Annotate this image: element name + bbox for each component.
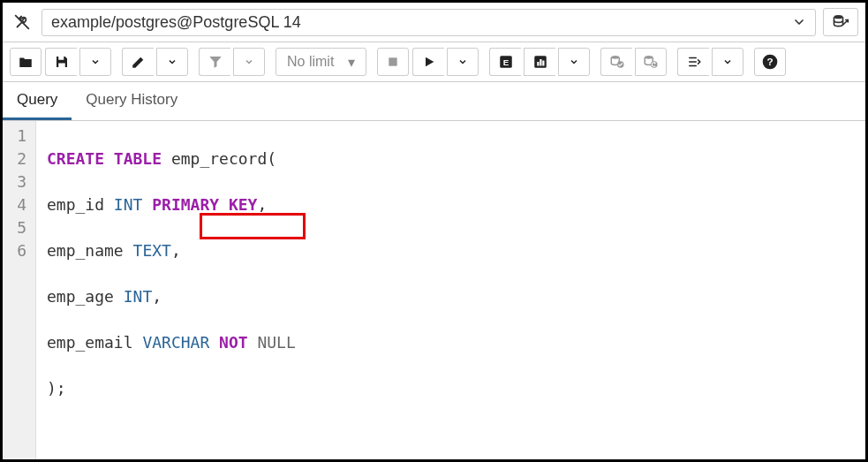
keyword: CREATE TABLE: [47, 149, 162, 168]
save-button[interactable]: [45, 48, 77, 76]
execute-button[interactable]: [412, 48, 444, 76]
execute-dropdown[interactable]: [447, 48, 479, 76]
new-connection-button[interactable]: [823, 8, 858, 36]
tab-query-history[interactable]: Query History: [72, 82, 192, 120]
type: VARCHAR: [142, 333, 209, 352]
line-number: 1: [3, 125, 35, 148]
svg-rect-1: [58, 64, 65, 68]
macros-dropdown[interactable]: [712, 48, 743, 76]
stop-button[interactable]: [377, 48, 409, 76]
explain-analyze-button[interactable]: [524, 48, 555, 76]
commit-button[interactable]: [600, 48, 632, 76]
punct: );: [47, 379, 66, 398]
chevron-down-icon: [792, 15, 806, 29]
edit-button[interactable]: [122, 48, 154, 76]
svg-rect-2: [59, 57, 64, 59]
svg-rect-7: [537, 62, 539, 66]
keyword: PRIMARY KEY: [142, 195, 257, 214]
filter-dropdown[interactable]: [233, 48, 265, 76]
svg-rect-3: [389, 57, 397, 65]
tab-query[interactable]: Query: [3, 82, 72, 120]
explain-button[interactable]: E: [489, 48, 521, 76]
sql-editor[interactable]: 1 2 3 4 5 6 CREATE TABLE emp_record( emp…: [3, 121, 865, 462]
svg-point-10: [611, 56, 619, 59]
svg-point-12: [645, 56, 653, 59]
editor-gutter: 1 2 3 4 5 6: [3, 121, 36, 462]
svg-text:?: ?: [767, 56, 774, 67]
line-number: 5: [3, 216, 35, 239]
keyword: NULL: [248, 333, 296, 352]
identifier: emp_age: [47, 287, 124, 306]
code-area[interactable]: CREATE TABLE emp_record( emp_id INT PRIM…: [36, 121, 306, 462]
line-number: 6: [3, 239, 35, 262]
help-button[interactable]: ?: [754, 48, 786, 76]
svg-text:E: E: [503, 57, 509, 67]
type: INT: [124, 287, 153, 306]
editor-tabs: Query Query History: [3, 82, 865, 121]
identifier: emp_id: [47, 195, 114, 214]
filter-button[interactable]: [199, 48, 230, 76]
connection-select[interactable]: example/postgres@PostgreSQL 14: [42, 9, 816, 36]
identifier: emp_record(: [162, 149, 276, 168]
toolbar: No limit ▾ E ?: [3, 42, 865, 82]
rollback-button[interactable]: [635, 48, 667, 76]
connection-bar: example/postgres@PostgreSQL 14: [3, 3, 865, 42]
punct: ,: [152, 287, 162, 306]
highlight-annotation: [200, 213, 306, 239]
limit-select[interactable]: No limit ▾: [275, 48, 366, 76]
type: INT: [114, 195, 143, 214]
punct: ,: [171, 241, 181, 260]
line-number: 4: [3, 193, 35, 216]
svg-rect-8: [540, 59, 541, 66]
explain-dropdown[interactable]: [558, 48, 590, 76]
edit-dropdown[interactable]: [156, 48, 188, 76]
save-dropdown[interactable]: [79, 48, 111, 76]
line-number: 2: [3, 148, 35, 170]
line-number: 3: [3, 170, 35, 193]
open-file-button[interactable]: [10, 48, 42, 76]
identifier: emp_name: [47, 241, 133, 260]
keyword: NOT: [209, 333, 247, 352]
caret-down-icon: ▾: [348, 54, 355, 71]
plug-off-icon: [10, 10, 34, 34]
type: TEXT: [133, 241, 171, 260]
identifier: emp_email: [47, 333, 142, 352]
limit-label: No limit: [287, 54, 334, 70]
macros-button[interactable]: [677, 48, 709, 76]
svg-rect-9: [542, 61, 544, 66]
punct: ,: [257, 195, 267, 214]
svg-point-0: [834, 15, 843, 19]
connection-text: example/postgres@PostgreSQL 14: [51, 13, 792, 32]
